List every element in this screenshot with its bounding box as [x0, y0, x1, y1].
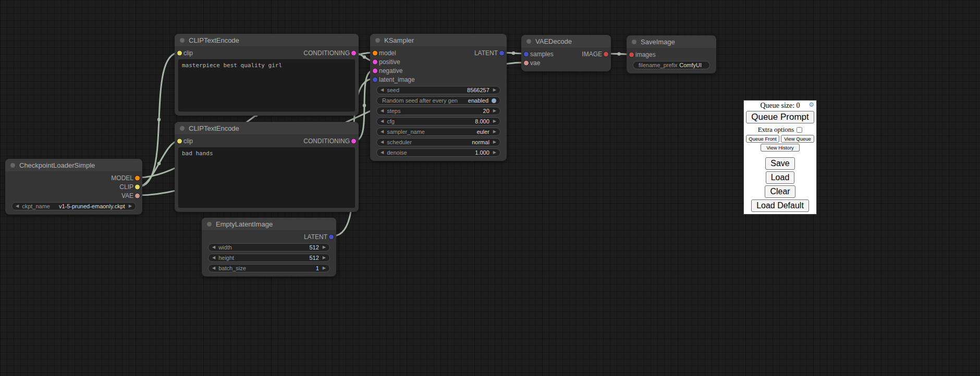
input-port-model[interactable]: [373, 51, 377, 55]
increment-arrow-icon[interactable]: ▶: [323, 266, 326, 270]
widget-height[interactable]: ◀ height 512 ▶: [208, 254, 330, 262]
queue-prompt-button[interactable]: Queue Prompt: [746, 111, 814, 123]
output-label-latent: LATENT: [304, 233, 327, 241]
output-port-vae[interactable]: [135, 193, 140, 198]
widget-width[interactable]: ◀ width 512 ▶: [208, 243, 330, 252]
decrement-arrow-icon[interactable]: ◀: [381, 140, 384, 144]
input-port-samples[interactable]: [524, 52, 529, 56]
view-queue-button[interactable]: View Queue: [781, 135, 814, 143]
increment-arrow-icon[interactable]: ▶: [323, 256, 326, 260]
load-button[interactable]: Load: [766, 171, 795, 184]
node-save-image[interactable]: SaveImage images filename_prefix ComfyUI: [627, 35, 716, 73]
decrement-arrow-icon[interactable]: ◀: [381, 119, 384, 123]
clear-button[interactable]: Clear: [765, 185, 795, 198]
decrement-arrow-icon[interactable]: ◀: [381, 151, 384, 155]
increment-arrow-icon[interactable]: ▶: [323, 245, 326, 249]
node-title-text: CLIPTextEncode: [189, 124, 239, 132]
node-titlebar[interactable]: CLIPTextEncode: [175, 122, 359, 134]
increment-arrow-icon[interactable]: ▶: [493, 119, 496, 123]
view-history-button[interactable]: View History: [761, 144, 800, 152]
widget-seed[interactable]: ◀ seed 8566257 ▶: [376, 86, 500, 94]
node-titlebar[interactable]: KSampler: [370, 34, 507, 46]
node-title-text: VAEDecode: [535, 37, 572, 45]
node-collapse-dot[interactable]: [526, 39, 531, 44]
settings-gear-icon[interactable]: ⚙: [808, 102, 814, 108]
decrement-arrow-icon[interactable]: ◀: [381, 109, 384, 113]
node-titlebar[interactable]: VAEDecode: [521, 35, 611, 47]
node-collapse-dot[interactable]: [180, 126, 185, 131]
increment-arrow-icon[interactable]: ▶: [493, 88, 496, 92]
input-label-samples: samples: [530, 51, 554, 58]
output-port-model[interactable]: [135, 176, 140, 180]
node-titlebar[interactable]: EmptyLatentImage: [202, 218, 336, 230]
increment-arrow-icon[interactable]: ▶: [493, 130, 496, 134]
input-port-vae[interactable]: [524, 60, 529, 65]
decrement-arrow-icon[interactable]: ◀: [212, 245, 215, 249]
node-empty-latent-image[interactable]: EmptyLatentImage LATENT ◀ width 512 ▶ ◀ …: [202, 218, 336, 277]
widget-value: 1: [316, 265, 319, 271]
queue-size-label: Queue size: 0: [760, 102, 800, 110]
widget-random-seed-toggle[interactable]: Random seed after every gen enabled: [376, 96, 500, 105]
output-port-image[interactable]: [604, 52, 608, 56]
input-port-positive[interactable]: [373, 59, 377, 64]
input-port-clip[interactable]: [177, 139, 182, 143]
widget-label: sampler_name: [387, 129, 425, 135]
widget-sampler-name[interactable]: ◀ sampler_name euler ▶: [376, 128, 500, 136]
input-port-negative[interactable]: [373, 68, 377, 73]
prompt-textarea[interactable]: bad hands: [178, 147, 355, 208]
output-label-vae: VAE: [121, 192, 133, 199]
decrement-arrow-icon[interactable]: ◀: [381, 130, 384, 134]
node-titlebar[interactable]: CLIPTextEncode: [175, 34, 359, 46]
decrement-arrow-icon[interactable]: ◀: [16, 204, 19, 208]
widget-filename-prefix[interactable]: filename_prefix ComfyUI: [633, 61, 710, 69]
output-port-conditioning[interactable]: [351, 139, 356, 143]
widget-cfg[interactable]: ◀ cfg 8.000 ▶: [376, 117, 500, 126]
node-collapse-dot[interactable]: [10, 163, 15, 168]
node-vae-decode[interactable]: VAEDecode samples IMAGE vae: [521, 35, 611, 71]
slot-row: MODEL: [5, 173, 142, 182]
output-label-latent: LATENT: [474, 49, 498, 57]
prompt-textarea[interactable]: masterpiece best quality girl: [178, 59, 355, 111]
node-titlebar[interactable]: CheckpointLoaderSimple: [5, 159, 142, 171]
widget-denoise[interactable]: ◀ denoise 1.000 ▶: [376, 148, 500, 157]
node-collapse-dot[interactable]: [207, 222, 212, 227]
widget-label: filename_prefix: [639, 62, 678, 68]
widget-steps[interactable]: ◀ steps 20 ▶: [376, 107, 500, 115]
input-label-vae: vae: [530, 59, 540, 67]
node-clip-text-encode-positive[interactable]: CLIPTextEncode clip CONDITIONING masterp…: [175, 34, 359, 116]
output-port-latent[interactable]: [499, 51, 504, 55]
widget-batch-size[interactable]: ◀ batch_size 1 ▶: [208, 264, 330, 272]
widget-value: ComfyUI: [679, 62, 702, 68]
node-collapse-dot[interactable]: [375, 38, 380, 43]
node-clip-text-encode-negative[interactable]: CLIPTextEncode clip CONDITIONING bad han…: [175, 122, 359, 212]
node-titlebar[interactable]: SaveImage: [627, 35, 716, 48]
widget-label: seed: [387, 87, 399, 93]
widget-ckpt-name[interactable]: ◀ ckpt_name v1-5-pruned-emaonly.ckpt ▶: [11, 202, 136, 210]
node-checkpoint-loader-simple[interactable]: CheckpointLoaderSimple MODEL CLIP VAE ◀ …: [5, 159, 142, 215]
link-midpoint-dot: [157, 162, 161, 165]
node-collapse-dot[interactable]: [180, 38, 185, 43]
widget-label: scheduler: [387, 139, 412, 145]
input-port-latent-image[interactable]: [373, 77, 377, 82]
output-port-clip[interactable]: [135, 184, 140, 189]
input-port-images[interactable]: [629, 52, 634, 57]
increment-arrow-icon[interactable]: ▶: [493, 140, 496, 144]
decrement-arrow-icon[interactable]: ◀: [381, 88, 384, 92]
increment-arrow-icon[interactable]: ▶: [493, 151, 496, 155]
load-default-button[interactable]: Load Default: [751, 199, 809, 212]
node-collapse-dot[interactable]: [632, 40, 636, 44]
input-label-clip: clip: [183, 49, 193, 57]
save-button[interactable]: Save: [765, 157, 794, 170]
output-port-conditioning[interactable]: [351, 51, 356, 55]
extra-options-checkbox[interactable]: [797, 127, 802, 133]
toggle-indicator[interactable]: [492, 98, 496, 103]
increment-arrow-icon[interactable]: ▶: [129, 204, 132, 208]
widget-scheduler[interactable]: ◀ scheduler normal ▶: [376, 138, 500, 146]
output-port-latent[interactable]: [329, 234, 334, 239]
input-port-clip[interactable]: [177, 51, 182, 55]
node-ksampler[interactable]: KSampler model LATENT positive negative …: [370, 34, 507, 161]
decrement-arrow-icon[interactable]: ◀: [212, 266, 215, 270]
decrement-arrow-icon[interactable]: ◀: [212, 256, 215, 260]
queue-front-button[interactable]: Queue Front: [746, 135, 779, 143]
increment-arrow-icon[interactable]: ▶: [493, 109, 496, 113]
